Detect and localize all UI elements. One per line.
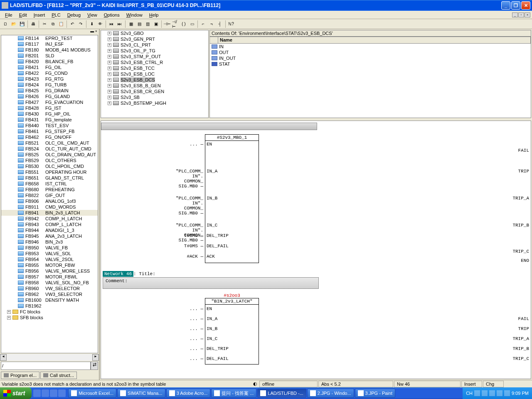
grid-row[interactable]: STAT [210, 61, 531, 67]
mdi-restore[interactable]: ▫ [518, 12, 524, 17]
input-signal[interactable]: ... — [172, 336, 205, 341]
input-signal[interactable]: ... — [172, 306, 205, 311]
menu-window[interactable]: Window [123, 12, 146, 18]
column-name[interactable]: Name [218, 37, 531, 43]
fb-item[interactable]: FB422FG_COND [1, 70, 98, 76]
view3-icon[interactable]: ▥ [144, 20, 151, 28]
branch-open-icon[interactable]: ⌐ [200, 20, 207, 28]
fb-item[interactable]: FB954VALVE_2SOL [1, 256, 98, 262]
fb-item[interactable]: FB906ANALOG_1of3 [1, 198, 98, 204]
contact-closed-icon[interactable]: ⊣/⊢ [172, 20, 179, 28]
fb-item[interactable]: FB944ANADIGI_1_3 [1, 227, 98, 233]
paste-icon[interactable]: 📋 [57, 20, 65, 28]
fb-item[interactable]: FB525OLC_DRAIN_CMD_AUT [1, 152, 98, 158]
tree-item[interactable]: +S2v3_BSTEMP_HIGH [101, 100, 208, 106]
fb-item[interactable]: FB953VALVE_SOL [1, 251, 98, 256]
fb-item[interactable]: FB950VALVE_FB [1, 245, 98, 251]
output-signal[interactable]: — "PRT_SIG".PRT_MBO_1.BI_TR_A_MSG [531, 181, 531, 201]
fb-item[interactable]: FB421FG_OIL [1, 64, 98, 70]
fb-item[interactable]: FB1600DENSITY MATH [1, 297, 98, 303]
taskbar-task[interactable]: 2.JPG - Windo... [307, 389, 354, 398]
output-signal[interactable]: — ... [531, 346, 531, 351]
contact-open-icon[interactable]: ⊣⊢ [163, 20, 171, 28]
fb-item[interactable]: FB1962 [1, 303, 98, 309]
expand-icon[interactable]: + [108, 32, 111, 35]
input-signal[interactable]: ... — [172, 356, 205, 361]
fb-item[interactable]: FB658IST_CTRL [1, 181, 98, 187]
fb-item[interactable]: FB955MOTOR_FBW [1, 262, 98, 268]
tray-icon[interactable] [497, 390, 502, 396]
monitor-icon[interactable]: 👁 [96, 20, 104, 28]
fb-item[interactable]: FB201SLD [1, 53, 98, 59]
input-signal[interactable]: ... — [172, 316, 205, 321]
taskbar-task[interactable]: 3 Adobe Acro... [166, 389, 211, 398]
output-signal[interactable]: — ... [531, 326, 531, 331]
fb-item[interactable]: FB958VALVE_SOL_NO_FB [1, 280, 98, 286]
filter-input[interactable] [1, 362, 91, 370]
tree-item[interactable]: +S2v3_GBO [101, 30, 208, 36]
expand-icon[interactable]: + [108, 55, 111, 59]
tree-item[interactable]: +S2v3_OIL_P_TG [101, 48, 208, 54]
input-signal[interactable]: T#0MS — [163, 244, 205, 249]
print-icon[interactable]: 🖶 [30, 20, 37, 28]
fb-item[interactable]: FB680PREHEATING [1, 187, 98, 192]
expand-icon[interactable]: + [108, 84, 111, 88]
quicklaunch-icon[interactable] [58, 389, 66, 397]
tree-item[interactable]: +S2v3_ESB_LOC [101, 71, 208, 77]
save-icon[interactable]: 💾 [18, 20, 26, 28]
menu-edit[interactable]: Edit [16, 12, 30, 18]
quicklaunch-icon[interactable] [33, 389, 41, 397]
interface-grid[interactable]: Name INOUTIN_OUTSTAT [209, 37, 531, 118]
tree-item[interactable]: +S2v3_ESB_CR_GEN [101, 89, 208, 94]
input-signal[interactable]: "PLC_COMM_IN".COMMON_SIG.MB0 — [163, 223, 205, 243]
expand-icon[interactable]: + [108, 37, 111, 41]
start-button[interactable]: start [0, 387, 32, 399]
menu-plc[interactable]: PLC [48, 12, 64, 18]
comment-box[interactable]: Comment: [103, 277, 319, 289]
branch-close-icon[interactable]: ¬ [208, 20, 215, 28]
expand-icon[interactable]: + [7, 310, 11, 314]
expand-icon[interactable]: + [108, 49, 111, 53]
filter-toggle-icon[interactable]: ⇄ [91, 362, 98, 370]
fb-item[interactable]: FB945ANA_2v3_LATCH [1, 233, 98, 239]
tray-icon[interactable] [474, 390, 480, 396]
connection-icon[interactable]: ┤ [216, 20, 224, 28]
fb-group[interactable]: +FC blocks [1, 309, 98, 315]
taskbar-task[interactable]: LAD/STL/FBD -... [257, 389, 306, 398]
output-signal[interactable]: — "PRT_SIG".PRT_MBO_1.TRIP_MSG [531, 154, 531, 169]
interface-tree[interactable]: +S2v3_GBO+S2v3_GEN_PRT+S2v3_CL_PRT+S2v3_… [101, 30, 209, 118]
fb-item[interactable]: FB424FG_TURB [1, 82, 98, 88]
tab-program-elements[interactable]: Program el... [1, 372, 39, 379]
tray-icon[interactable] [489, 390, 495, 396]
output-signal[interactable]: — "PRT_SIG".PRT_MBO_1.RES_1_MSG [531, 133, 531, 148]
output-signal[interactable]: — ... [531, 316, 531, 321]
input-signal[interactable]: "PLC_COMM_IN".COMMON_SIG.MB0 — [163, 169, 205, 189]
taskbar-task[interactable]: 3.JPG - Paint [355, 389, 395, 398]
box-icon[interactable]: ▭ [188, 20, 196, 28]
network-header[interactable]: Network 46: Title: [103, 271, 529, 276]
help-icon[interactable]: ℕ? [227, 20, 235, 28]
maximize-button[interactable]: ❐ [511, 1, 520, 10]
fb-item[interactable]: FB521OLC_OIL_CMD_AUT [1, 140, 98, 146]
fb-item[interactable]: FB117INJ_ESF [1, 41, 98, 47]
expand-icon[interactable]: + [108, 78, 111, 82]
menu-insert[interactable]: Insert [30, 12, 49, 18]
expand-icon[interactable]: + [108, 96, 111, 99]
close-button[interactable]: ✕ [521, 1, 530, 10]
input-signal[interactable]: T#0MS — [163, 233, 205, 238]
fb-item[interactable]: FB551OPERATING HOUR [1, 169, 98, 175]
grid-row[interactable]: IN [210, 44, 531, 49]
fb-item[interactable]: FB956VALVE_MORE_LESS [1, 268, 98, 274]
mdi-minimize[interactable]: _ [512, 12, 518, 17]
fb-group[interactable]: +SFB blocks [1, 315, 98, 320]
fb-item[interactable]: FB529OLC_OTHERS [1, 158, 98, 163]
output-signal[interactable]: — "PRT_SIG".PRT_MBO_1.BI_TR_B_MSG [531, 208, 531, 228]
expand-icon[interactable]: + [108, 61, 111, 64]
input-signal[interactable]: #ACK — [163, 254, 205, 259]
fb-item[interactable]: FB942COMP_H_LATCH [1, 216, 98, 222]
fb-item[interactable]: FB911CMD_WORDS [1, 204, 98, 210]
menu-view[interactable]: View [84, 12, 101, 18]
download-icon[interactable]: ⬇ [88, 20, 96, 28]
fb-item[interactable]: FB941BIN_2v3_LATCH [1, 210, 98, 216]
expand-icon[interactable]: + [108, 43, 111, 47]
